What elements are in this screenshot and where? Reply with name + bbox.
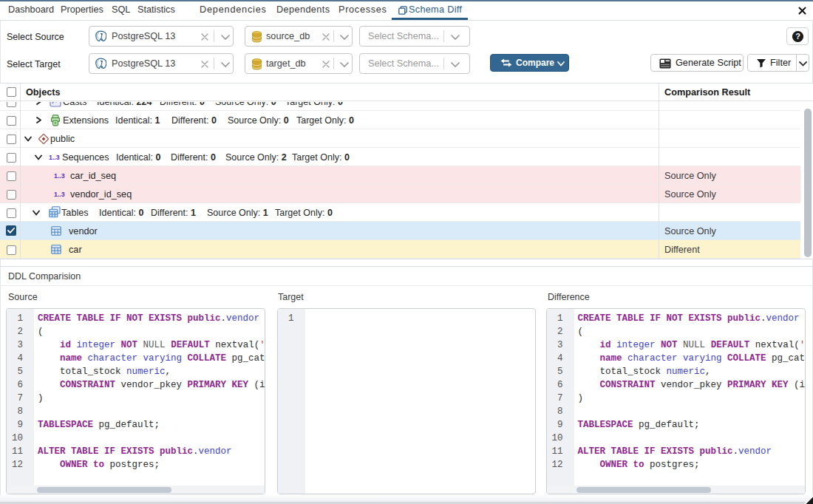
svg-text:?: ? — [795, 32, 800, 41]
